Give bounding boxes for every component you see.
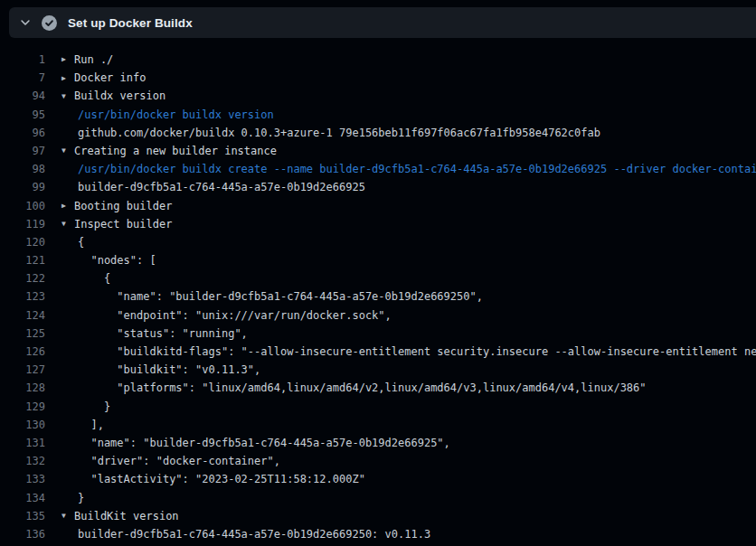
line-number-link[interactable]: 119 [0,215,45,233]
group-title: BuildKit version [74,510,179,522]
group-title: Docker info [74,71,146,84]
line-number-link[interactable]: 97 [0,142,45,160]
log-line-body: builder-d9cfb5a1-c764-445a-a57e-0b19d2e6… [61,178,365,196]
log-line-row: 130 ], [0,416,756,434]
output-text: "name": "builder-d9cfb5a1-c764-445a-a57e… [78,437,450,449]
triangle-collapsed-icon[interactable]: ▶ [61,51,74,69]
log-line-body: } [61,489,84,507]
line-number-link[interactable]: 123 [0,287,45,306]
log-line-body: ▼BuildKit version [61,507,179,525]
output-text: builder-d9cfb5a1-c764-445a-a57e-0b19d2e6… [78,181,365,193]
output-text: ], [78,419,104,431]
log-line-row: 98/usr/bin/docker buildx create --name b… [0,160,756,178]
output-text: "name": "builder-d9cfb5a1-c764-445a-a57e… [78,290,483,303]
line-number-link[interactable]: 100 [0,197,45,215]
log-line-row: 124 "endpoint": "unix:///var/run/docker.… [0,306,756,325]
log-line-body: { [61,269,110,287]
line-number-link[interactable]: 96 [0,124,45,142]
log-line-body: "buildkitd-flags": "--allow-insecure-ent… [61,343,756,361]
group-title: Creating a new builder instance [74,145,277,157]
log-line-body: ▼Creating a new builder instance [61,142,277,160]
log-line-body: "lastActivity": "2023-02-25T11:58:12.000… [61,470,365,488]
log-line-body: "name": "builder-d9cfb5a1-c764-445a-a57e… [61,287,483,306]
line-number-link[interactable]: 133 [0,470,45,488]
line-number-link[interactable]: 95 [0,106,45,124]
line-number-link[interactable]: 99 [0,178,45,196]
line-number-link[interactable]: 131 [0,434,45,452]
line-number-link[interactable]: 124 [0,306,45,325]
line-number-link[interactable]: 132 [0,452,45,470]
log-group-row[interactable]: 97▼Creating a new builder instance [0,142,756,160]
log-line-body: } [61,398,110,416]
log-line-row: 99builder-d9cfb5a1-c764-445a-a57e-0b19d2… [0,178,756,196]
log-line-body: "driver": "docker-container", [61,452,280,470]
log-line-body: "name": "builder-d9cfb5a1-c764-445a-a57e… [61,434,450,452]
log-line-row: 127 "buildkit": "v0.11.3", [0,361,756,379]
log-line-body: /usr/bin/docker buildx create --name bui… [61,160,756,178]
line-number-link[interactable]: 94 [0,87,45,105]
log-line-row: 132 "driver": "docker-container", [0,452,756,470]
log-lines: 1▶Run ./7▶Docker info94▼Buildx version95… [0,38,756,543]
group-title: Buildx version [74,89,165,102]
line-number-link[interactable]: 126 [0,343,45,361]
line-number-link[interactable]: 1 [0,51,45,69]
log-group-row[interactable]: 119▼Inspect builder [0,215,756,233]
group-title: Inspect builder [74,218,172,231]
line-number-link[interactable]: 125 [0,325,45,343]
log-line-row: 95/usr/bin/docker buildx version [0,106,756,124]
line-number-link[interactable]: 121 [0,251,45,269]
line-number-link[interactable]: 129 [0,398,45,416]
triangle-collapsed-icon[interactable]: ▶ [61,70,74,88]
line-number-link[interactable]: 128 [0,379,45,397]
log-line-row: 96github.com/docker/buildx 0.10.3+azure-… [0,124,756,142]
output-text: "nodes": [ [78,254,156,267]
line-number-link[interactable]: 136 [0,525,45,543]
log-line-body: "buildkit": "v0.11.3", [61,361,260,379]
line-number-link[interactable]: 135 [0,507,45,525]
line-number-link[interactable]: 127 [0,361,45,379]
group-title: Run ./ [74,53,113,66]
log-line-body: ], [61,416,104,434]
log-group-row[interactable]: 7▶Docker info [0,69,756,87]
triangle-expanded-icon[interactable]: ▼ [61,507,74,525]
log-group-row[interactable]: 100▶Booting builder [0,197,756,215]
log-line-body: "status": "running", [61,325,248,343]
log-line-body: ▼Buildx version [61,87,165,105]
output-text: "status": "running", [78,327,248,340]
log-line-row: 134} [0,489,756,507]
step-header[interactable]: Set up Docker Buildx [9,7,756,38]
log-group-row[interactable]: 135▼BuildKit version [0,507,756,525]
log-line-body: ▼Inspect builder [61,215,172,233]
output-text: "platforms": "linux/amd64,linux/amd64/v2… [78,381,647,394]
log-line-row: 120{ [0,233,756,251]
line-number-link[interactable]: 134 [0,489,45,507]
log-line-row: 131 "name": "builder-d9cfb5a1-c764-445a-… [0,434,756,452]
chevron-down-icon[interactable] [18,15,33,30]
output-text: "endpoint": "unix:///var/run/docker.sock… [78,309,392,322]
output-text: } [78,492,84,504]
line-number-link[interactable]: 120 [0,233,45,251]
triangle-expanded-icon[interactable]: ▼ [61,142,74,160]
log-line-body: "endpoint": "unix:///var/run/docker.sock… [61,306,392,325]
output-text: "buildkitd-flags": "--allow-insecure-ent… [78,345,756,358]
log-line-row: 133 "lastActivity": "2023-02-25T11:58:12… [0,470,756,488]
log-group-row[interactable]: 94▼Buildx version [0,87,756,105]
log-line-row: 122 { [0,269,756,287]
log-line-row: 128 "platforms": "linux/amd64,linux/amd6… [0,379,756,397]
triangle-collapsed-icon[interactable]: ▶ [61,197,74,215]
log-line-row: 123 "name": "builder-d9cfb5a1-c764-445a-… [0,287,756,306]
triangle-expanded-icon[interactable]: ▼ [61,215,74,233]
log-group-row[interactable]: 1▶Run ./ [0,51,756,69]
line-number-link[interactable]: 122 [0,269,45,287]
actions-log-viewer: Set up Docker Buildx 1▶Run ./7▶Docker in… [0,0,756,546]
line-number-link[interactable]: 98 [0,160,45,178]
log-line-body: /usr/bin/docker buildx version [61,106,274,124]
log-line-row: 126 "buildkitd-flags": "--allow-insecure… [0,343,756,361]
output-text: "buildkit": "v0.11.3", [78,363,260,376]
output-text: builder-d9cfb5a1-c764-445a-a57e-0b19d2e6… [78,528,430,541]
log-line-row: 121 "nodes": [ [0,251,756,269]
line-number-link[interactable]: 7 [0,69,45,87]
triangle-expanded-icon[interactable]: ▼ [61,88,74,106]
line-number-link[interactable]: 130 [0,416,45,434]
check-circle-icon [42,15,57,31]
